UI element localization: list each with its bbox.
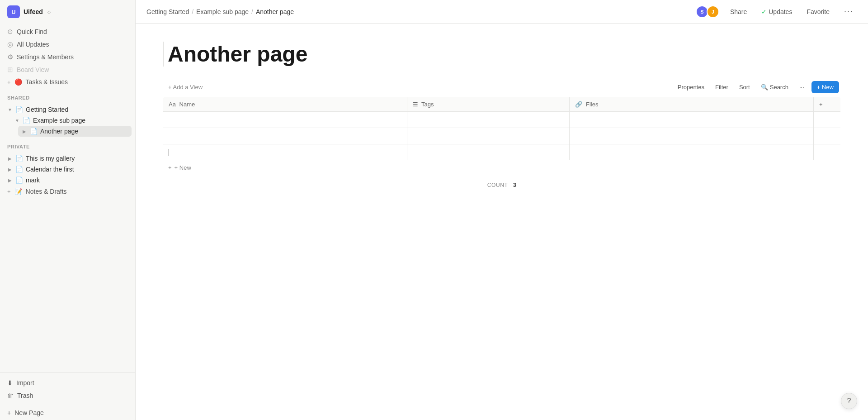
help-button[interactable]: ?: [841, 393, 857, 409]
breadcrumb-getting-started[interactable]: Getting Started: [146, 8, 189, 15]
updates-button[interactable]: ✓ Updates: [758, 6, 796, 17]
sidebar-item-gallery[interactable]: ▶ 📄 This is my gallery: [4, 153, 132, 164]
mark-chevron: ▶: [7, 178, 13, 183]
add-view-button[interactable]: + Add a View: [165, 82, 206, 92]
more-label: ···: [844, 7, 854, 16]
import-label: Import: [16, 379, 34, 387]
sidebar-item-board-view[interactable]: ⊞ Board View: [4, 63, 132, 76]
example-sub-page-icon: 📄: [23, 117, 30, 124]
settings-label: Settings & Members: [17, 53, 74, 61]
row-3-files[interactable]: [570, 144, 814, 161]
row-1-tags[interactable]: [407, 112, 570, 128]
example-sub-page-children: ▶ 📄 Another page: [11, 126, 132, 137]
row-2-tags[interactable]: [407, 128, 570, 144]
col-files-header[interactable]: 🔗 Files: [570, 97, 814, 112]
count-label: COUNT: [487, 182, 508, 188]
share-button[interactable]: Share: [726, 6, 750, 17]
example-sub-page-chevron: ▼: [14, 118, 20, 123]
another-page-icon: 📄: [30, 128, 38, 135]
row-3-name[interactable]: [163, 144, 407, 161]
share-label: Share: [730, 8, 747, 15]
another-page-label: Another page: [40, 128, 78, 135]
getting-started-label: Getting Started: [26, 106, 68, 113]
search-button[interactable]: 🔍 Search: [757, 82, 792, 92]
private-section-label: PRIVATE: [0, 138, 135, 151]
example-sub-page-label: Example sub page: [33, 117, 85, 124]
tasks-issues-emoji: 🔴: [14, 78, 22, 86]
gallery-chevron: ▶: [7, 156, 13, 161]
notes-drafts-label: Notes & Drafts: [26, 188, 67, 195]
workspace-icon: U: [7, 5, 20, 18]
breadcrumb-example-sub-page[interactable]: Example sub page: [196, 8, 249, 15]
db-more-button[interactable]: ···: [796, 82, 808, 92]
page-title[interactable]: Another page: [163, 42, 841, 67]
col-tags-header[interactable]: ☰ Tags: [407, 97, 570, 112]
calendar-label: Calendar the first: [26, 166, 74, 173]
table-header: Aa Name ☰ Tags 🔗 Files +: [163, 97, 841, 112]
avatar-j: J: [707, 5, 719, 18]
breadcrumb-sep-2: /: [251, 8, 253, 15]
sidebar-item-tasks-issues[interactable]: + 🔴 Tasks & Issues: [4, 76, 132, 88]
getting-started-icon: 📄: [15, 106, 23, 113]
getting-started-chevron: ▼: [7, 107, 13, 112]
favorite-button[interactable]: Favorite: [803, 6, 833, 17]
sort-label: Sort: [739, 84, 750, 91]
row-1-files[interactable]: [570, 112, 814, 128]
sort-button[interactable]: Sort: [736, 82, 754, 92]
row-2-name[interactable]: [163, 128, 407, 144]
table-body: [163, 112, 841, 161]
db-more-label: ···: [799, 84, 804, 91]
calendar-icon: 📄: [15, 166, 23, 173]
count-row: COUNT 3: [163, 175, 841, 196]
quick-find-label: Quick Find: [17, 28, 47, 35]
new-page-button[interactable]: + New Page: [0, 406, 135, 420]
quick-find-icon: ⊙: [7, 28, 13, 36]
mark-label: mark: [26, 177, 40, 184]
trash-icon: 🗑: [7, 392, 14, 399]
sidebar-item-all-updates[interactable]: ◎ All Updates: [4, 38, 132, 51]
row-3-tags[interactable]: [407, 144, 570, 161]
sidebar: U Uifeed ◇ ⊙ Quick Find ◎ All Updates ⚙ …: [0, 0, 136, 420]
filter-button[interactable]: Filter: [712, 82, 732, 92]
import-icon: ⬇: [7, 379, 13, 387]
sidebar-item-notes-drafts[interactable]: + 📝 Notes & Drafts: [4, 186, 132, 197]
getting-started-children: ▼ 📄 Example sub page ▶ 📄 Another page: [4, 115, 132, 137]
database-table: Aa Name ☰ Tags 🔗 Files +: [163, 97, 841, 161]
topbar: Getting Started / Example sub page / Ano…: [136, 0, 868, 24]
calendar-chevron: ▶: [7, 167, 13, 172]
sidebar-item-import[interactable]: ⬇ Import: [4, 377, 132, 389]
search-label: Search: [770, 84, 788, 91]
col-name-header[interactable]: Aa Name: [163, 97, 407, 112]
favorite-label: Favorite: [807, 8, 830, 15]
add-view-label: + Add a View: [168, 84, 203, 91]
tasks-issues-label: Tasks & Issues: [26, 78, 68, 86]
check-icon: ✓: [761, 8, 767, 15]
sidebar-item-trash[interactable]: 🗑 Trash: [4, 389, 132, 402]
more-options-button[interactable]: ···: [840, 5, 857, 18]
sidebar-item-calendar[interactable]: ▶ 📄 Calendar the first: [4, 164, 132, 175]
new-page-plus-icon: +: [7, 409, 11, 416]
sidebar-item-mark[interactable]: ▶ 📄 mark: [4, 175, 132, 186]
sidebar-bottom: ⬇ Import 🗑 Trash: [0, 372, 135, 406]
workspace-header[interactable]: U Uifeed ◇: [0, 0, 135, 24]
properties-button[interactable]: Properties: [674, 82, 708, 92]
new-record-button[interactable]: + New: [811, 81, 839, 93]
another-page-chevron: ▶: [22, 129, 27, 134]
add-column-button[interactable]: +: [814, 97, 841, 112]
add-icon: +: [7, 79, 11, 86]
filter-label: Filter: [715, 84, 728, 91]
row-1-name[interactable]: [163, 112, 407, 128]
sidebar-item-settings[interactable]: ⚙ Settings & Members: [4, 51, 132, 63]
add-row-button[interactable]: + + New: [163, 161, 841, 175]
add-notes-icon: +: [7, 188, 11, 195]
search-icon: 🔍: [761, 84, 768, 91]
table-row: [163, 128, 841, 144]
sidebar-item-quick-find[interactable]: ⊙ Quick Find: [4, 25, 132, 38]
sidebar-item-another-page[interactable]: ▶ 📄 Another page: [18, 126, 132, 137]
avatar-group: S J: [698, 5, 719, 18]
sidebar-item-getting-started[interactable]: ▼ 📄 Getting Started: [4, 104, 132, 115]
count-value: 3: [513, 182, 516, 188]
col-files-icon: 🔗: [575, 101, 582, 108]
row-2-files[interactable]: [570, 128, 814, 144]
sidebar-item-example-sub-page[interactable]: ▼ 📄 Example sub page: [11, 115, 132, 126]
